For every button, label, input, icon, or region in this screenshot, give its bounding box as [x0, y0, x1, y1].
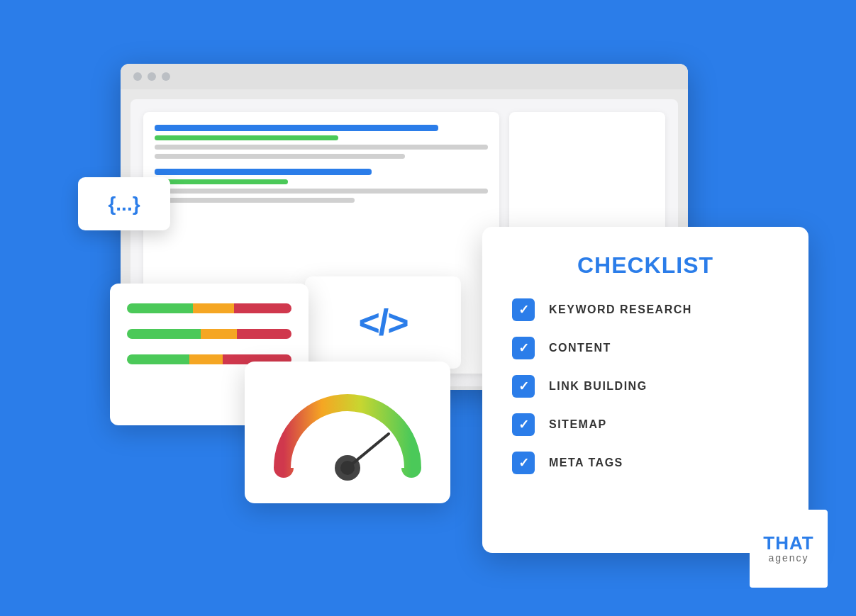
checklist-label-3: LINK BUILDING: [549, 380, 647, 393]
text-group-1: [155, 125, 488, 159]
text-line-4: [155, 154, 405, 159]
checklist-item-2: ✓ CONTENT: [512, 337, 779, 359]
checklist-item-5: ✓ META TAGS: [512, 452, 779, 474]
checklist-label-4: SITEMAP: [549, 418, 607, 431]
checkmark-4: ✓: [518, 417, 529, 432]
browser-dot-3: [162, 72, 170, 81]
text-line-6: [155, 179, 288, 184]
progress-row-2: [127, 329, 291, 339]
checkbox-1: ✓: [512, 298, 535, 321]
text-line-5: [155, 169, 372, 175]
text-line-3: [155, 145, 488, 150]
seg-orange-2: [201, 329, 237, 339]
seg-orange-3: [189, 354, 222, 364]
checklist-label-2: CONTENT: [549, 342, 611, 354]
svg-line-1: [348, 434, 389, 468]
checklist-card: CHECKLIST ✓ KEYWORD RESEARCH ✓ CONTENT ✓…: [482, 227, 808, 553]
speedometer-svg: [262, 376, 433, 489]
checklist-item-3: ✓ LINK BUILDING: [512, 375, 779, 398]
text-line-8: [155, 198, 355, 203]
text-line-2: [155, 135, 338, 140]
seg-red-1: [234, 303, 291, 313]
checkbox-3: ✓: [512, 375, 535, 398]
json-card: {...}: [78, 177, 170, 230]
code-symbol: </>: [358, 301, 407, 344]
checkbox-5: ✓: [512, 452, 535, 474]
browser-dot-2: [148, 72, 156, 81]
code-card: </>: [305, 276, 461, 369]
seg-green-3: [127, 354, 189, 364]
seg-red-2: [237, 329, 291, 339]
seg-orange-1: [193, 303, 234, 313]
text-line-7: [155, 189, 488, 194]
seg-green-1: [127, 303, 193, 313]
checklist-item-4: ✓ SITEMAP: [512, 413, 779, 436]
agency-logo-agency: agency: [768, 552, 808, 564]
seg-green-2: [127, 329, 201, 339]
checklist-item-1: ✓ KEYWORD RESEARCH: [512, 298, 779, 321]
checklist-title: CHECKLIST: [512, 252, 779, 279]
checkmark-2: ✓: [518, 340, 529, 356]
checkmark-1: ✓: [518, 302, 529, 318]
checkmark-5: ✓: [518, 455, 529, 471]
svg-point-2: [340, 461, 355, 475]
checkbox-2: ✓: [512, 337, 535, 359]
agency-logo: THAT agency: [750, 510, 828, 588]
checkmark-3: ✓: [518, 379, 529, 394]
browser-dot-1: [133, 72, 142, 81]
checkbox-4: ✓: [512, 413, 535, 436]
checklist-label-5: META TAGS: [549, 457, 623, 469]
checklist-label-1: KEYWORD RESEARCH: [549, 303, 692, 316]
agency-logo-that: THAT: [763, 534, 813, 552]
text-group-2: [155, 169, 488, 203]
browser-titlebar: [121, 64, 688, 89]
speedometer-card: [245, 362, 450, 503]
json-symbol: {...}: [108, 193, 140, 215]
progress-row-1: [127, 303, 291, 313]
text-line-1: [155, 125, 438, 131]
